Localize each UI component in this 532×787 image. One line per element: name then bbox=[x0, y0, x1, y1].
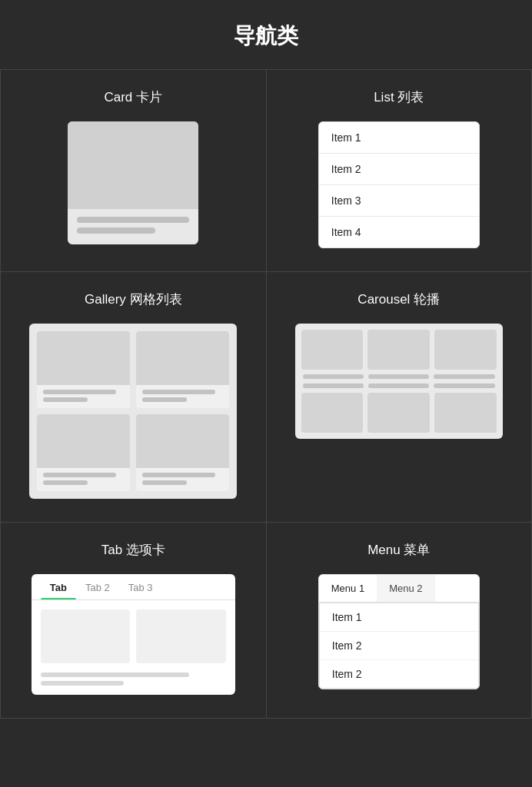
carousel-line bbox=[434, 374, 494, 379]
menu-dropdown: Item 1 Item 2 Item 2 bbox=[319, 603, 479, 689]
menu-tabs: Menu 1 Menu 2 bbox=[319, 575, 479, 603]
gallery-line bbox=[142, 397, 187, 402]
list-item[interactable]: Item 3 bbox=[319, 185, 479, 217]
card-line-2 bbox=[77, 227, 155, 234]
tab-header: Tab Tab 2 Tab 3 bbox=[32, 574, 235, 600]
page-title: 导航类 bbox=[0, 0, 532, 69]
tab-item-2[interactable]: Tab 2 bbox=[76, 574, 119, 599]
list-item[interactable]: Item 2 bbox=[319, 154, 479, 185]
tab-item-1[interactable]: Tab bbox=[41, 574, 76, 599]
gallery-line bbox=[142, 480, 187, 485]
gallery-line bbox=[43, 397, 88, 402]
carousel-thumb bbox=[301, 330, 364, 370]
carousel-row bbox=[301, 330, 497, 370]
carousel-thumb bbox=[434, 393, 497, 433]
tab-content-card bbox=[41, 609, 131, 663]
carousel-text-row bbox=[301, 374, 497, 379]
menu-mock: Menu 1 Menu 2 Item 1 Item 2 Item 2 bbox=[318, 574, 480, 689]
menu-tab-2[interactable]: Menu 2 bbox=[377, 575, 434, 602]
carousel-row bbox=[301, 393, 497, 433]
carousel-line bbox=[368, 384, 429, 388]
tab-title: Tab 选项卡 bbox=[101, 541, 165, 559]
gallery-card-body bbox=[37, 385, 130, 408]
list-mock: Item 1 Item 2 Item 3 Item 4 bbox=[318, 121, 480, 248]
card-line-1 bbox=[77, 217, 189, 223]
list-item[interactable]: Item 4 bbox=[319, 217, 479, 247]
gallery-line bbox=[43, 390, 116, 394]
cell-card: Card 卡片 bbox=[1, 70, 267, 272]
component-grid: Card 卡片 List 列表 Item 1 Item 2 Item 3 Ite… bbox=[0, 69, 532, 719]
gallery-card-body bbox=[136, 468, 229, 491]
menu-item[interactable]: Item 1 bbox=[320, 603, 478, 632]
tab-item-3[interactable]: Tab 3 bbox=[119, 574, 162, 599]
carousel-line bbox=[368, 374, 429, 379]
cell-carousel: Carousel 轮播 bbox=[267, 272, 533, 523]
gallery-card-image bbox=[136, 331, 229, 385]
gallery-card-image bbox=[37, 414, 130, 468]
cell-list: List 列表 Item 1 Item 2 Item 3 Item 4 bbox=[267, 70, 533, 272]
gallery-card bbox=[136, 414, 229, 491]
gallery-line bbox=[142, 390, 215, 394]
gallery-card bbox=[37, 331, 130, 408]
tab-lines bbox=[32, 672, 235, 695]
gallery-card-body bbox=[37, 468, 130, 491]
menu-item[interactable]: Item 2 bbox=[320, 632, 478, 660]
tab-line bbox=[41, 672, 189, 677]
card-image bbox=[68, 121, 198, 209]
menu-title: Menu 菜单 bbox=[367, 541, 430, 559]
carousel-thumb bbox=[367, 330, 430, 370]
gallery-card bbox=[136, 331, 229, 408]
carousel-line bbox=[303, 374, 364, 379]
list-title: List 列表 bbox=[374, 88, 424, 106]
menu-item[interactable]: Item 2 bbox=[320, 660, 478, 688]
gallery-card-body bbox=[136, 385, 229, 408]
menu-tab-1[interactable]: Menu 1 bbox=[319, 575, 377, 602]
cell-menu: Menu 菜单 Menu 1 Menu 2 Item 1 Item 2 Item… bbox=[267, 523, 533, 719]
card-mock bbox=[68, 121, 198, 244]
carousel-line bbox=[303, 384, 364, 388]
carousel-line bbox=[434, 384, 494, 388]
list-item[interactable]: Item 1 bbox=[319, 122, 479, 154]
gallery-title: Gallery 网格列表 bbox=[85, 291, 182, 308]
carousel-text-row bbox=[301, 384, 497, 388]
carousel-title: Carousel 轮播 bbox=[357, 291, 440, 308]
tab-content-card bbox=[136, 609, 226, 663]
carousel-thumb bbox=[301, 393, 364, 433]
cell-gallery: Gallery 网格列表 bbox=[1, 272, 267, 523]
gallery-card-image bbox=[136, 414, 229, 468]
carousel-mock bbox=[295, 324, 503, 439]
carousel-thumb bbox=[434, 330, 497, 370]
tab-mock: Tab Tab 2 Tab 3 bbox=[32, 574, 235, 695]
card-body bbox=[68, 209, 198, 244]
gallery-card-image bbox=[37, 331, 130, 385]
gallery-card bbox=[37, 414, 130, 491]
gallery-line bbox=[43, 473, 116, 477]
gallery-line bbox=[142, 473, 215, 477]
carousel-thumb bbox=[367, 393, 430, 433]
cell-tab: Tab 选项卡 Tab Tab 2 Tab 3 bbox=[1, 523, 267, 719]
gallery-line bbox=[43, 480, 88, 485]
tab-body bbox=[32, 600, 235, 672]
card-title: Card 卡片 bbox=[104, 88, 162, 106]
tab-line bbox=[41, 681, 124, 686]
gallery-mock bbox=[29, 324, 237, 499]
